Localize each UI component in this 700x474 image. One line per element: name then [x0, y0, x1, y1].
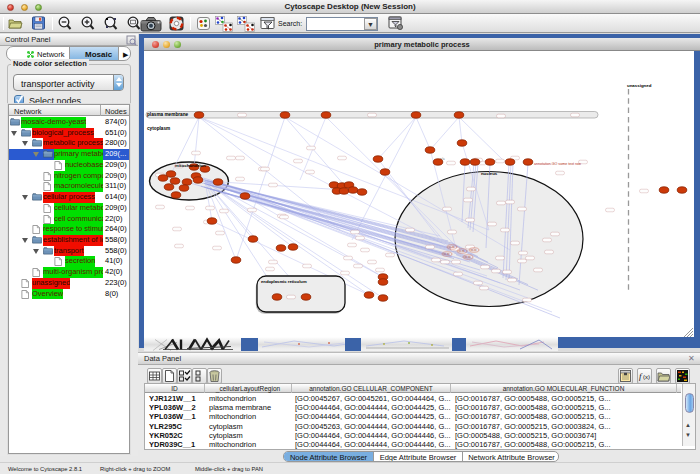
- svg-text:xx-xx: xx-xx: [459, 250, 466, 253]
- svg-text:nucleus: nucleus: [481, 171, 498, 176]
- svg-text:mitochondrion: mitochondrion: [175, 163, 206, 168]
- svg-text:(x): (x): [643, 374, 650, 380]
- svg-text:cytoplasm: cytoplasm: [147, 126, 170, 131]
- svg-text:xx-xx: xx-xx: [471, 249, 478, 252]
- svg-text:plasma membrane: plasma membrane: [147, 112, 189, 117]
- svg-text:xx-xx: xx-xx: [465, 256, 472, 259]
- svg-text:xx-xx: xx-xx: [449, 246, 456, 249]
- svg-text:unassigned: unassigned: [627, 83, 652, 88]
- svg-text:annotation.GO some text row: annotation.GO some text row: [534, 162, 581, 166]
- svg-text:endoplasmic reticulum: endoplasmic reticulum: [261, 279, 307, 284]
- svg-text:xx-xx: xx-xx: [444, 253, 451, 256]
